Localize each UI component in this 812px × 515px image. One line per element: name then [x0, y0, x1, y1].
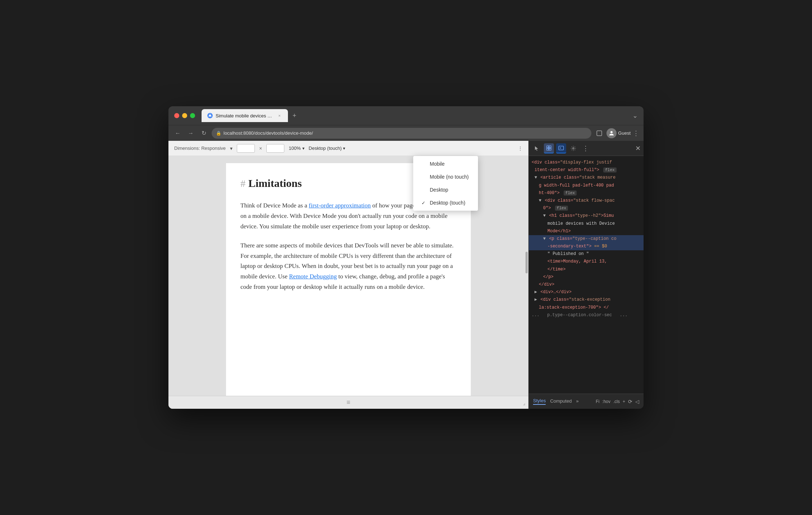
expand-arrow[interactable]: ▼: [534, 175, 537, 180]
code-line-11[interactable]: ▼ <p class="type--caption co: [529, 235, 644, 243]
menu-item-desktop[interactable]: Desktop: [413, 183, 478, 196]
code-tag: -secondary-text">: [547, 244, 594, 249]
filter-icon[interactable]: Fi: [596, 399, 599, 404]
scrollbar-handle[interactable]: [525, 252, 528, 273]
code-text: ... p.type--caption.color-sec ...: [532, 313, 627, 318]
maximize-traffic-light[interactable]: [190, 113, 195, 118]
width-input[interactable]: 592: [237, 144, 255, 153]
more-tabs[interactable]: »: [576, 398, 578, 404]
flex-badge: flex: [603, 167, 616, 173]
code-tag: <div class="stack flow-spac: [545, 198, 614, 203]
svg-point-3: [610, 131, 613, 133]
first-order-link[interactable]: first-order approximation: [309, 202, 371, 209]
dimensions-dropdown-arrow[interactable]: ▾: [230, 145, 233, 151]
device-type-arrow: ▾: [343, 146, 345, 151]
menu-item-mobile[interactable]: Mobile: [413, 157, 478, 170]
hover-button[interactable]: :hov: [602, 399, 610, 404]
settings-button[interactable]: [568, 143, 578, 153]
menu-item-mobile-no-touch[interactable]: Mobile (no touch): [413, 170, 478, 183]
address-bar[interactable]: 🔒 localhost:8080/docs/devtools/device-mo…: [212, 128, 591, 139]
devtools-more-button[interactable]: ⋮: [581, 143, 591, 153]
code-line-18: ▶ <div>…</div>: [529, 288, 644, 296]
refresh-style-button[interactable]: ⟳: [628, 399, 632, 404]
devtools-close-button[interactable]: ✕: [635, 144, 641, 152]
device-type-label: Desktop (touch): [309, 145, 342, 151]
elements-tool-button[interactable]: [544, 143, 554, 153]
expand-arrow-4[interactable]: ▼: [543, 236, 546, 241]
svg-rect-2: [597, 131, 602, 136]
para1-before: Think of Device Mode as a: [240, 202, 309, 209]
expand-arrow-6[interactable]: ▶: [534, 297, 537, 302]
sources-icon: [558, 145, 564, 151]
new-tab-button[interactable]: +: [289, 111, 299, 121]
close-traffic-light[interactable]: [174, 113, 179, 118]
code-text: mobile devices with Device: [547, 221, 615, 226]
toolbar-more-button[interactable]: ⋮: [518, 145, 523, 151]
code-tag: <time>Monday, April 13,: [547, 259, 607, 264]
forward-button[interactable]: →: [186, 128, 196, 138]
nav-right-controls: Guest ⋮: [594, 128, 639, 138]
menu-item-desktop-touch[interactable]: ✓ Desktop (touch): [413, 196, 478, 209]
code-line-7: 0"> flex: [529, 205, 644, 212]
resize-icon[interactable]: ⌟: [523, 400, 525, 406]
code-line-10: Mode</h1>: [529, 228, 644, 235]
page-bottom-bar: ≡ ⌟: [168, 396, 528, 409]
code-line-6: ▼ <div class="stack flow-spac: [529, 197, 644, 205]
code-line-21: ... p.type--caption.color-sec ...: [529, 312, 644, 319]
devtools-code-view[interactable]: <div class="display-flex justif itent-ce…: [529, 156, 644, 394]
add-style-button[interactable]: +: [623, 399, 625, 404]
remote-debugging-link[interactable]: Remote Debugging: [289, 273, 337, 280]
profile-area[interactable]: Guest: [606, 128, 631, 138]
equals-zero: == $0: [594, 244, 607, 249]
more-button[interactable]: ⋮: [633, 129, 639, 137]
title-bar: Simulate mobile devices with D × + ⌄: [168, 106, 644, 125]
code-line-17: </div>: [529, 281, 644, 288]
window-controls[interactable]: ⌄: [632, 112, 638, 120]
sources-tool-button[interactable]: [556, 143, 566, 153]
bookmarks-button[interactable]: [594, 128, 604, 138]
code-tag: <p class="type--caption co: [549, 236, 616, 241]
main-area: Dimensions: Responsive ▾ 592 × 415 100% …: [168, 141, 528, 409]
code-line-5: ht-400"> flex: [529, 189, 644, 197]
code-tag: <h1 class="type--h2">Simu: [549, 213, 614, 218]
code-line-19: ▶ <div class="stack-exception: [529, 296, 644, 304]
minimize-traffic-light[interactable]: [182, 113, 187, 118]
svg-rect-7: [549, 148, 551, 150]
heading-text: Limitations: [248, 175, 302, 192]
back-style-button[interactable]: ◁: [635, 399, 639, 404]
elements-icon: [546, 145, 552, 151]
tab-title: Simulate mobile devices with D: [216, 113, 273, 118]
expand-arrow-2[interactable]: ▼: [539, 198, 541, 203]
code-text: " Published on ": [547, 251, 589, 256]
svg-point-9: [573, 148, 574, 149]
code-tag: Mode</h1>: [547, 229, 571, 234]
dimensions-label: Dimensions: Responsive: [174, 145, 226, 151]
styles-tab[interactable]: Styles: [533, 398, 546, 405]
code-tag: <article class="stack measure: [540, 175, 615, 180]
mobile-label: Mobile: [430, 161, 445, 167]
code-line-8: ▼ <h1 class="type--h2">Simu: [529, 212, 644, 220]
code-tag: <div class="display-flex justif: [532, 160, 612, 165]
code-tag: </div>: [539, 282, 554, 287]
inspect-tool-button[interactable]: [532, 143, 542, 153]
active-tab[interactable]: Simulate mobile devices with D ×: [202, 109, 288, 122]
code-tag: ht-400">: [539, 191, 560, 196]
code-tag: 0">: [543, 206, 551, 211]
expand-arrow-3[interactable]: ▼: [543, 213, 546, 218]
code-tag: </time>: [547, 267, 565, 272]
device-type-dropdown[interactable]: Desktop (touch) ▾: [309, 145, 346, 151]
reload-button[interactable]: ↻: [199, 128, 209, 138]
zoom-dropdown[interactable]: 100% ▾: [289, 145, 304, 151]
zoom-value: 100%: [289, 145, 301, 151]
tab-bar: Simulate mobile devices with D × +: [202, 109, 629, 122]
code-line-4: g width-full pad-left-400 pad: [529, 182, 644, 189]
expand-arrow-5[interactable]: ▶: [534, 290, 537, 295]
back-button[interactable]: ←: [173, 128, 183, 138]
tab-close-button[interactable]: ×: [277, 113, 282, 118]
devtools-top-bar: ⋮ ✕: [529, 141, 644, 156]
cls-button[interactable]: .cls: [613, 399, 620, 404]
computed-tab[interactable]: Computed: [550, 398, 572, 404]
height-input[interactable]: 415: [266, 144, 284, 153]
person-icon: [608, 130, 615, 136]
devtools-filter-area: Fi :hov .cls + ⟳ ◁: [596, 399, 639, 404]
